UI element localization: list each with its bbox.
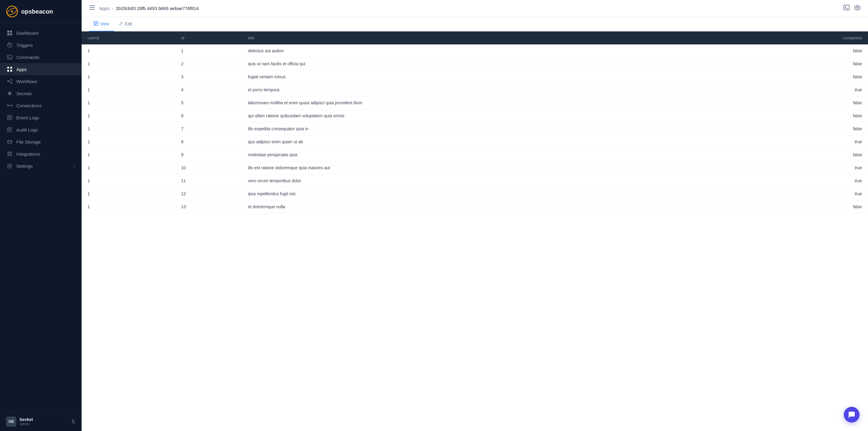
- cell-id: 9: [175, 148, 242, 161]
- cell-userId: 1: [82, 201, 175, 213]
- tab-view[interactable]: View: [89, 17, 114, 31]
- sidebar-item-triggers[interactable]: Triggers: [0, 39, 82, 51]
- svg-rect-33: [7, 140, 12, 143]
- sidebar-item-connections-label: Connections: [16, 103, 41, 108]
- cell-completed: true: [745, 161, 868, 175]
- svg-line-18: [9, 81, 10, 83]
- sidebar-item-dashboard[interactable]: Dashboard: [0, 27, 82, 39]
- sidebar-item-secrets[interactable]: Secrets: [0, 87, 82, 99]
- svg-rect-22: [7, 105, 8, 106]
- svg-rect-43: [89, 9, 95, 10]
- svg-rect-12: [7, 70, 9, 72]
- cell-completed: false: [745, 122, 868, 135]
- svg-rect-11: [10, 67, 12, 69]
- cell-id: 6: [175, 110, 242, 122]
- sidebar-user: OB Sevket admin ⇅: [0, 412, 82, 431]
- svg-point-15: [11, 79, 12, 81]
- sidebar-item-commands-label: Commands: [16, 55, 39, 60]
- breadcrumb-record-id: 2b33cb83 28fb 4493 b669 aebae776f814: [116, 6, 198, 11]
- svg-rect-3: [7, 31, 9, 33]
- breadcrumb-sep-1: ›: [112, 6, 113, 11]
- cell-id: 12: [175, 187, 242, 201]
- cell-userId: 1: [82, 70, 175, 84]
- user-info[interactable]: OB Sevket admin: [6, 417, 33, 427]
- tabs: View Edit: [82, 17, 868, 31]
- cell-userId: 1: [82, 187, 175, 201]
- edit-icon: [119, 22, 123, 27]
- svg-point-2: [11, 10, 13, 12]
- integrations-icon: [7, 151, 13, 157]
- tab-edit[interactable]: Edit: [114, 17, 137, 31]
- svg-rect-5: [7, 33, 9, 35]
- cell-id: 5: [175, 96, 242, 110]
- svg-rect-44: [844, 5, 849, 10]
- cell-completed: false: [745, 148, 868, 161]
- cell-userId: 1: [82, 148, 175, 161]
- svg-rect-4: [10, 31, 12, 33]
- cell-title: quo adipisci enim quam ut ab: [242, 135, 745, 148]
- breadcrumb-apps[interactable]: Apps: [99, 6, 110, 11]
- svg-point-46: [857, 7, 858, 8]
- table-header-row: userId id title completed: [82, 31, 868, 44]
- svg-rect-23: [11, 105, 12, 106]
- user-menu-toggle[interactable]: ⇅: [71, 418, 75, 425]
- zap-icon: [7, 42, 13, 48]
- cell-title: et porro tempora: [242, 84, 745, 96]
- sidebar-toggle-button[interactable]: [89, 4, 95, 12]
- cell-title: illo est ratione doloremque quia maiores…: [242, 161, 745, 175]
- logo: opsbeacon: [0, 0, 82, 23]
- sidebar-item-workflows[interactable]: Workflows: [0, 75, 82, 87]
- sidebar-item-file-storage[interactable]: File Storage: [0, 136, 82, 148]
- cell-completed: true: [745, 135, 868, 148]
- col-title: title: [242, 31, 745, 44]
- chat-button[interactable]: [844, 407, 860, 423]
- settings-chevron-icon: ›: [73, 163, 75, 168]
- settings-topbar-icon[interactable]: [854, 4, 861, 12]
- sidebar-item-workflows-label: Workflows: [16, 79, 37, 84]
- col-userId: userId: [82, 31, 175, 44]
- asterisk-icon: [7, 90, 13, 96]
- col-id: id: [175, 31, 242, 44]
- cell-userId: 1: [82, 110, 175, 122]
- cell-userId: 1: [82, 161, 175, 175]
- sidebar-item-dashboard-label: Dashboard: [16, 31, 38, 36]
- tab-view-label: View: [100, 22, 109, 26]
- avatar: OB: [6, 417, 16, 427]
- topbar: Apps › 2b33cb83 28fb 4493 b669 aebae776f…: [82, 0, 868, 17]
- sidebar-item-event-logs-label: Event Logs: [16, 115, 39, 120]
- user-name: Sevket: [19, 417, 33, 422]
- table-row: 113et doloremque nullafalse: [82, 201, 868, 213]
- sidebar-item-integrations[interactable]: Integrations: [0, 148, 82, 160]
- table-row: 12quis ut nam facilis et officia quifals…: [82, 57, 868, 70]
- topbar-actions: [843, 4, 861, 12]
- sidebar-item-apps[interactable]: Apps: [0, 63, 82, 75]
- svg-point-37: [10, 152, 12, 154]
- tab-edit-label: Edit: [125, 22, 132, 26]
- sidebar-item-connections[interactable]: Connections: [0, 99, 82, 112]
- cell-completed: false: [745, 201, 868, 213]
- sidebar-item-apps-label: Apps: [16, 67, 27, 72]
- terminal-icon: [7, 54, 13, 60]
- table-row: 17illo expedita consequatur quia infalse: [82, 122, 868, 135]
- sidebar-item-file-storage-label: File Storage: [16, 139, 41, 145]
- svg-rect-42: [89, 7, 95, 8]
- settings-icon: [7, 163, 13, 169]
- terminal-topbar-icon[interactable]: [843, 4, 850, 12]
- data-table: userId id title completed 11delectus aut…: [82, 31, 868, 213]
- svg-point-40: [9, 165, 10, 167]
- sidebar-item-audit-logs[interactable]: Audit Logs: [0, 124, 82, 136]
- cell-title: vero rerum temporibus dolor: [242, 175, 745, 187]
- sidebar-item-commands[interactable]: Commands: [0, 51, 82, 63]
- sidebar-item-audit-logs-label: Audit Logs: [16, 127, 38, 132]
- table-row: 14et porro temporatrue: [82, 84, 868, 96]
- cell-completed: true: [745, 187, 868, 201]
- apps-icon: [7, 66, 13, 72]
- table-row: 11delectus aut autemfalse: [82, 44, 868, 57]
- sidebar-item-event-logs[interactable]: Event Logs: [0, 112, 82, 124]
- cell-completed: false: [745, 110, 868, 122]
- cell-title: illo expedita consequatur quia in: [242, 122, 745, 135]
- sidebar-item-settings[interactable]: Settings ›: [0, 160, 82, 172]
- cell-userId: 1: [82, 96, 175, 110]
- sidebar-nav: Dashboard Triggers Commands Apps: [0, 23, 82, 412]
- cell-title: ipsa repellendus fugit nisi: [242, 187, 745, 201]
